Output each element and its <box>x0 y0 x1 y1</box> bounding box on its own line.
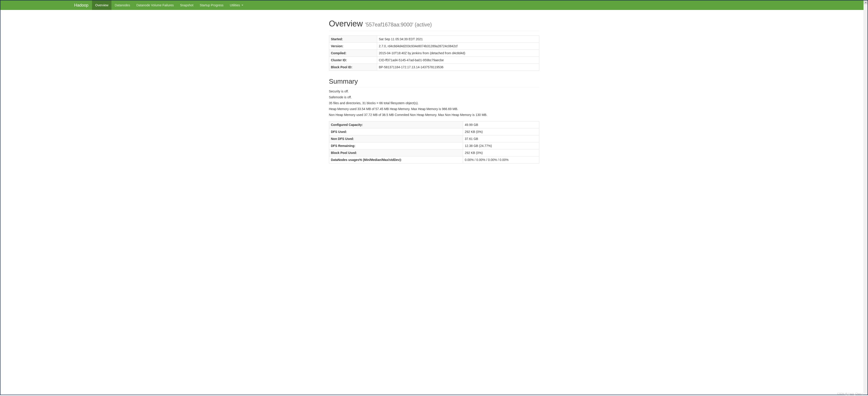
table-row: Non DFS Used: 37.61 GB <box>329 135 539 142</box>
watermark: CSDN @ | jack_Chen | <box>837 392 863 395</box>
summary-key-block-pool-used: Block Pool Used: <box>329 150 463 156</box>
summary-table: Configured Capacity: 49.99 GB DFS Used: … <box>329 121 539 163</box>
summary-key-non-dfs-used: Non DFS Used: <box>329 135 463 142</box>
summary-val-configured-capacity: 49.99 GB <box>463 121 539 128</box>
nav-startup-progress[interactable]: Startup Progress <box>196 0 226 10</box>
overview-key-blockpoolid: Block Pool ID: <box>329 64 377 71</box>
scrollbar[interactable] <box>864 0 868 395</box>
summary-key-dfs-used: DFS Used: <box>329 128 463 135</box>
summary-key-datanode-usages: DataNodes usages% (Min/Median/Max/stdDev… <box>329 156 463 163</box>
table-row: Version: 2.7.0, rd4c8d4d4d203c934e8074b3… <box>329 43 539 50</box>
summary-key-configured-capacity: Configured Capacity: <box>329 121 463 128</box>
overview-key-version: Version: <box>329 43 377 50</box>
page-title-main: Overview <box>329 19 363 28</box>
table-row: DFS Used: 292 KB (0%) <box>329 128 539 135</box>
summary-val-non-dfs-used: 37.61 GB <box>463 135 539 142</box>
summary-val-block-pool-used: 292 KB (0%) <box>463 150 539 156</box>
overview-table: Started: Sat Sep 11 05:34:39 EDT 2021 Ve… <box>329 35 539 71</box>
nav-utilities-label: Utilities <box>230 3 240 7</box>
navbar-brand[interactable]: Hadoop <box>70 0 92 10</box>
chevron-down-icon <box>242 5 243 6</box>
summary-heap: Heap Memory used 33.54 MB of 57.45 MB He… <box>329 107 539 111</box>
overview-val-blockpoolid: BP-581371184-172.17.13.14-1437578119536 <box>377 64 539 71</box>
table-row: Cluster ID: CID-ff371ad4-5145-47ad-ba01-… <box>329 57 539 64</box>
page-title: Overview '557eaf1678aa:9000' (active) <box>329 19 539 31</box>
nav-snapshot[interactable]: Snapshot <box>177 0 196 10</box>
table-row: Block Pool ID: BP-581371184-172.17.13.14… <box>329 64 539 71</box>
overview-val-compiled: 2015-04-10T18:40Z by jenkins from (detac… <box>377 50 539 57</box>
overview-key-compiled: Compiled: <box>329 50 377 57</box>
overview-val-started: Sat Sep 11 05:34:39 EDT 2021 <box>377 36 539 43</box>
table-row: DataNodes usages% (Min/Median/Max/stdDev… <box>329 156 539 163</box>
content-container: Overview '557eaf1678aa:9000' (active) St… <box>329 10 539 163</box>
nav-datanodes[interactable]: Datanodes <box>112 0 133 10</box>
table-row: Compiled: 2015-04-10T18:40Z by jenkins f… <box>329 50 539 57</box>
table-row: DFS Remaining: 12.38 GB (24.77%) <box>329 142 539 150</box>
table-row: Started: Sat Sep 11 05:34:39 EDT 2021 <box>329 36 539 43</box>
summary-val-datanode-usages: 0.00% / 0.00% / 0.00% / 0.00% <box>463 156 539 163</box>
summary-security: Security is off. <box>329 90 539 93</box>
table-row: Block Pool Used: 292 KB (0%) <box>329 150 539 156</box>
summary-fsobjects: 35 files and directories, 31 blocks = 66… <box>329 101 539 105</box>
summary-nonheap: Non Heap Memory used 37.72 MB of 38.5 MB… <box>329 113 539 117</box>
overview-key-started: Started: <box>329 36 377 43</box>
overview-key-clusterid: Cluster ID: <box>329 57 377 64</box>
summary-key-dfs-remaining: DFS Remaining: <box>329 142 463 150</box>
nav-overview[interactable]: Overview <box>92 0 112 10</box>
page-title-sub: '557eaf1678aa:9000' (active) <box>365 22 432 28</box>
summary-val-dfs-used: 292 KB (0%) <box>463 128 539 135</box>
summary-title: Summary <box>329 77 539 87</box>
nav-datanode-volume-failures[interactable]: Datanode Volume Failures <box>133 0 177 10</box>
summary-val-dfs-remaining: 12.38 GB (24.77%) <box>463 142 539 150</box>
table-row: Configured Capacity: 49.99 GB <box>329 121 539 128</box>
navbar: Hadoop Overview Datanodes Datanode Volum… <box>0 0 868 10</box>
overview-val-clusterid: CID-ff371ad4-5145-47ad-ba01-959bc79aecbe <box>377 57 539 64</box>
summary-safemode: Safemode is off. <box>329 95 539 99</box>
overview-val-version: 2.7.0, rd4c8d4d4d203c934e8074b31289a2872… <box>377 43 539 50</box>
nav-utilities-dropdown[interactable]: Utilities <box>226 0 246 10</box>
scroll-up-icon[interactable] <box>864 0 868 4</box>
